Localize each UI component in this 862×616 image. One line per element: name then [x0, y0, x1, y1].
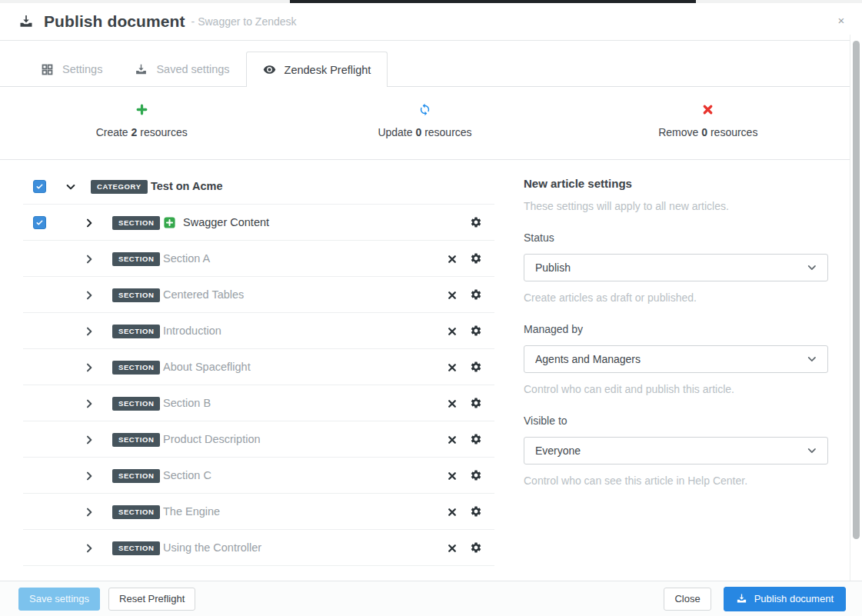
gear-icon[interactable]: [470, 505, 482, 518]
tree-row[interactable]: SECTION Section B: [23, 385, 494, 421]
tab-zendesk-preflight[interactable]: Zendesk Preflight: [246, 52, 388, 87]
publish-button-label: Publish document: [754, 593, 834, 604]
chevron-down-icon: [807, 355, 817, 363]
row-type-badge: SECTION: [112, 397, 160, 411]
row-label: The Engine: [163, 505, 220, 518]
chevron-icon[interactable]: [84, 398, 95, 409]
gear-icon[interactable]: [470, 288, 482, 301]
panel-fields: Status Publish Create articles as draft …: [524, 231, 828, 487]
tab-label: Settings: [62, 63, 102, 75]
scrollbar-track[interactable]: [850, 35, 862, 581]
row-label: Product Description: [163, 433, 261, 445]
remove-icon[interactable]: [447, 543, 458, 554]
tree-row[interactable]: CATEGORY Test on Acme: [23, 168, 494, 205]
page-title: Publish document: [44, 12, 185, 31]
row-label: Introduction: [163, 325, 221, 337]
tree-row[interactable]: SECTION Introduction: [23, 313, 494, 349]
close-button[interactable]: Close: [664, 588, 711, 611]
remove-icon[interactable]: [447, 254, 458, 265]
row-label: Centered Tables: [163, 288, 244, 301]
tree-row[interactable]: SECTION The Engine: [23, 494, 494, 530]
tab-label: Saved settings: [156, 63, 229, 75]
resource-tree: CATEGORY Test on Acme SECTION Swagger Co…: [23, 168, 494, 566]
panel-title: New article settings: [524, 177, 828, 190]
scrollbar-thumb[interactable]: [853, 41, 860, 539]
remove-icon[interactable]: [447, 326, 458, 337]
chevron-icon[interactable]: [84, 507, 95, 518]
tree-row[interactable]: SECTION Using the Controller: [23, 530, 494, 566]
summary-label: Create 2 resources: [0, 126, 283, 138]
footer-bar: Save settings Reset Preflight Close Publ…: [0, 581, 862, 616]
row-checkbox[interactable]: [33, 180, 46, 193]
row-type-badge: CATEGORY: [91, 180, 148, 194]
remove-icon[interactable]: [447, 362, 458, 373]
tab-settings[interactable]: Settings: [25, 52, 118, 87]
chevron-icon[interactable]: [84, 254, 95, 265]
gear-icon[interactable]: [470, 325, 482, 337]
remove-icon[interactable]: [447, 290, 458, 301]
tab-saved-settings[interactable]: Saved settings: [118, 52, 245, 87]
check-icon: [35, 182, 44, 191]
tree-row[interactable]: SECTION Swagger Content: [23, 205, 494, 241]
tree-row[interactable]: SECTION Section A: [23, 241, 494, 277]
settings-field: Managed by Agents and Managers Control w…: [524, 323, 828, 395]
chevron-down-icon: [807, 447, 817, 455]
chevron-icon[interactable]: [84, 290, 95, 301]
chevron-icon[interactable]: [65, 181, 76, 192]
publish-document-button[interactable]: Publish document: [724, 587, 846, 611]
remove-icon[interactable]: [447, 507, 458, 518]
field-help: Control who can see this article in Help…: [524, 474, 828, 487]
close-icon[interactable]: ×: [834, 13, 849, 28]
chevron-icon[interactable]: [84, 435, 95, 445]
tree-row[interactable]: SECTION About Spaceflight: [23, 349, 494, 385]
row-label: Section C: [163, 469, 211, 481]
settings-field: Status Publish Create articles as draft …: [524, 231, 828, 304]
chevron-icon[interactable]: [84, 543, 95, 554]
save-tray-icon: [135, 63, 148, 76]
tree-row[interactable]: SECTION Product Description: [23, 421, 494, 458]
select-value: Agents and Managers: [535, 353, 641, 365]
field-label: Visible to: [524, 415, 828, 427]
save-settings-button[interactable]: Save settings: [18, 588, 100, 611]
chevron-icon[interactable]: [84, 362, 95, 373]
row-type-badge: SECTION: [112, 288, 160, 302]
gear-icon[interactable]: [470, 541, 482, 554]
row-type-badge: SECTION: [112, 216, 160, 230]
row-type-badge: SECTION: [112, 469, 160, 483]
added-resource-icon: [163, 216, 176, 229]
row-type-badge: SECTION: [112, 325, 160, 338]
field-select[interactable]: Everyone: [524, 437, 828, 464]
row-label: Section B: [163, 397, 211, 409]
field-label: Status: [524, 231, 828, 244]
summary-item: Remove 0 resources: [567, 103, 850, 138]
sync-icon: [418, 103, 431, 116]
remove-icon[interactable]: [447, 435, 458, 445]
tree-row[interactable]: SECTION Centered Tables: [23, 277, 494, 313]
remove-icon[interactable]: [447, 398, 458, 409]
gear-icon[interactable]: [470, 433, 482, 445]
row-checkbox[interactable]: [33, 216, 46, 229]
grid-icon: [41, 63, 54, 76]
remove-x-icon: [701, 103, 714, 116]
field-label: Managed by: [524, 323, 828, 335]
chevron-icon[interactable]: [84, 471, 95, 481]
gear-icon[interactable]: [470, 469, 482, 481]
publish-download-icon: [736, 593, 747, 604]
field-select[interactable]: Agents and Managers: [524, 345, 828, 373]
gear-icon[interactable]: [470, 397, 482, 409]
new-article-settings-panel: New article settings These settings will…: [524, 177, 828, 487]
chevron-icon[interactable]: [84, 218, 95, 228]
row-type-badge: SECTION: [112, 433, 160, 447]
chevron-icon[interactable]: [84, 326, 95, 337]
panel-subtitle: These settings will apply to all new art…: [524, 200, 828, 212]
tab-label: Zendesk Preflight: [285, 64, 371, 76]
plus-icon: [135, 103, 148, 116]
gear-icon[interactable]: [470, 361, 482, 373]
field-select[interactable]: Publish: [524, 254, 828, 281]
reset-preflight-button[interactable]: Reset Preflight: [108, 588, 195, 611]
gear-icon[interactable]: [470, 252, 482, 265]
tree-row[interactable]: SECTION Section C: [23, 458, 494, 494]
summary-item: Create 2 resources: [0, 103, 283, 138]
remove-icon[interactable]: [447, 471, 458, 481]
gear-icon[interactable]: [470, 216, 482, 228]
